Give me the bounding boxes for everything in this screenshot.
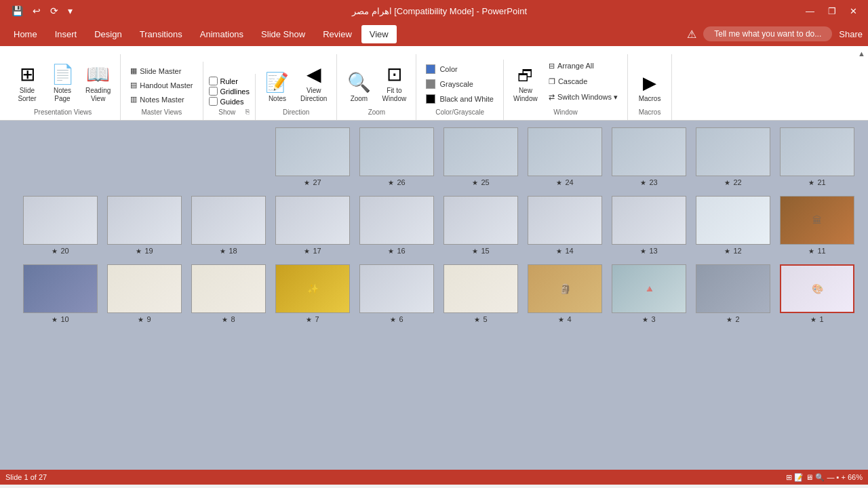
view-direction-label: ViewDirection: [300, 87, 327, 103]
slide-item-7[interactable]: ✨★7: [275, 264, 350, 323]
slide-item-10[interactable]: ★10: [23, 264, 98, 323]
macros-button[interactable]: ▶ Macros: [633, 57, 666, 106]
slide-item-4[interactable]: 🗿★4: [528, 264, 602, 323]
ribbon-collapse-button[interactable]: ▲: [855, 46, 868, 61]
slide-label-12: ★12: [724, 247, 741, 255]
reading-view-button[interactable]: 📖 ReadingView: [81, 57, 115, 106]
minimize-button[interactable]: —: [800, 3, 820, 19]
reading-view-label: ReadingView: [85, 87, 111, 103]
menu-slideshow[interactable]: Slide Show: [253, 25, 313, 43]
ruler-checkbox[interactable]: [209, 77, 218, 85]
slide-item-5[interactable]: ★5: [443, 264, 518, 323]
cascade-button[interactable]: ❒ Cascade: [545, 75, 622, 88]
slide-item-17[interactable]: ★17: [275, 196, 350, 255]
ruler-label: Ruler: [220, 77, 238, 85]
slide-thumb-21: [780, 127, 854, 176]
menu-home[interactable]: Home: [5, 25, 45, 43]
slide-thumb-6: [359, 264, 434, 313]
menu-animations[interactable]: Animations: [192, 25, 252, 43]
arrange-all-button[interactable]: ⊟ Arrange All: [545, 60, 622, 73]
slide-label-1: ★1: [810, 315, 823, 323]
slide-item-8[interactable]: ★8: [191, 264, 266, 323]
slide-item-12[interactable]: ★12: [696, 196, 770, 255]
slide-item-22[interactable]: ★22: [696, 127, 770, 186]
menu-insert[interactable]: Insert: [47, 25, 85, 43]
color-button[interactable]: Color: [422, 62, 497, 76]
master-views-col: ▦ Slide Master ▤ Handout Master ▥ Notes …: [126, 64, 197, 106]
slide-item-2[interactable]: ★2: [696, 264, 770, 323]
slides-grid: ★10★9★8✨★7★6★5🗿★4🔺★3★2🎨★1★20★19★18★17★16…: [14, 127, 854, 323]
grayscale-button[interactable]: Grayscale: [422, 77, 497, 91]
notes-page-button[interactable]: 📄 NotesPage: [46, 57, 79, 106]
slide-item-18[interactable]: ★18: [191, 196, 266, 255]
new-window-button[interactable]: 🗗 NewWindow: [509, 57, 542, 106]
menu-transitions[interactable]: Transitions: [132, 25, 191, 43]
redo-button[interactable]: ⟳: [47, 3, 62, 18]
handout-master-button[interactable]: ▤ Handout Master: [126, 79, 197, 92]
slide-star-icon: ★: [558, 316, 564, 323]
slide-item-1[interactable]: 🎨★1: [780, 264, 854, 323]
slide-sorter-button[interactable]: ⊞ SlideSorter: [11, 57, 43, 106]
slide-item-9[interactable]: ★9: [107, 264, 182, 323]
fit-to-window-label: Fit toWindow: [382, 87, 407, 103]
undo-button[interactable]: ↩: [29, 3, 44, 18]
slide-label-20: ★20: [52, 247, 68, 255]
slide-number: 17: [313, 247, 321, 255]
customize-qat-button[interactable]: ▾: [64, 3, 76, 18]
menu-design[interactable]: Design: [86, 25, 130, 43]
slide-item-23[interactable]: ★23: [612, 127, 686, 186]
guides-checkbox-label[interactable]: Guides: [209, 97, 250, 106]
slide-item-19[interactable]: ★19: [107, 196, 182, 255]
slide-thumb-24: [528, 127, 602, 176]
menu-view[interactable]: View: [361, 25, 397, 43]
restore-button[interactable]: ❐: [823, 3, 842, 19]
slide-item-6[interactable]: ★6: [359, 264, 434, 323]
cascade-icon: ❒: [549, 77, 555, 86]
ribbon-group-direction: 📝 Notes ◀ ViewDirection Direction: [256, 54, 337, 120]
switch-windows-button[interactable]: ⇄ Switch Windows ▾: [545, 91, 622, 104]
share-button[interactable]: Share: [839, 29, 863, 39]
slide-item-27[interactable]: ★27: [275, 127, 350, 186]
quick-access-toolbar: 💾 ↩ ⟳ ▾: [5, 3, 79, 18]
fit-to-window-button[interactable]: ⊡ Fit toWindow: [378, 57, 410, 106]
window-col: ⊟ Arrange All ❒ Cascade ⇄ Switch Windows…: [545, 57, 622, 106]
menu-review[interactable]: Review: [315, 25, 360, 43]
slide-thumb-17: [275, 196, 350, 245]
zoom-label: Zoom: [351, 95, 368, 103]
search-box[interactable]: Tell me what you want to do...: [703, 26, 832, 41]
gridlines-checkbox[interactable]: [209, 87, 218, 96]
black-white-swatch: [426, 94, 435, 104]
slide-item-21[interactable]: ★21: [780, 127, 854, 186]
slide-item-15[interactable]: ★15: [443, 196, 518, 255]
slide-item-11[interactable]: 🏛★11: [780, 196, 854, 255]
slide-label-10: ★10: [52, 315, 68, 323]
view-direction-button[interactable]: ◀ ViewDirection: [296, 57, 331, 106]
slide-item-3[interactable]: 🔺★3: [612, 264, 686, 323]
black-white-button[interactable]: Black and White: [422, 92, 497, 106]
slide-label-17: ★17: [304, 247, 321, 255]
slide-label-3: ★3: [642, 315, 655, 323]
slide-item-14[interactable]: ★14: [528, 196, 602, 255]
show-expand-icon[interactable]: ⎘: [245, 108, 250, 115]
zoom-button[interactable]: 🔍 Zoom: [342, 57, 375, 106]
guides-checkbox[interactable]: [209, 97, 218, 106]
master-views-label: Master Views: [126, 106, 197, 117]
grayscale-label: Grayscale: [439, 80, 473, 88]
save-button[interactable]: 💾: [8, 3, 26, 18]
slide-item-13[interactable]: ★13: [612, 196, 686, 255]
notes-button[interactable]: 📝 Notes: [261, 57, 294, 106]
slide-star-icon: ★: [136, 247, 142, 255]
slide-master-button[interactable]: ▦ Slide Master: [126, 64, 197, 77]
slide-item-16[interactable]: ★16: [359, 196, 434, 255]
slide-item-25[interactable]: ★25: [443, 127, 518, 186]
slide-thumb-9: [107, 264, 182, 313]
slide-thumb-13: [612, 196, 686, 245]
gridlines-checkbox-label[interactable]: Gridlines: [209, 87, 250, 96]
close-button[interactable]: ✕: [844, 3, 863, 19]
ruler-checkbox-label[interactable]: Ruler: [209, 77, 250, 85]
notes-master-button[interactable]: ▥ Notes Master: [126, 93, 197, 106]
slide-item-26[interactable]: ★26: [359, 127, 434, 186]
slide-item-24[interactable]: ★24: [528, 127, 602, 186]
slide-item-20[interactable]: ★20: [23, 196, 98, 255]
direction-label: Direction: [261, 106, 331, 117]
